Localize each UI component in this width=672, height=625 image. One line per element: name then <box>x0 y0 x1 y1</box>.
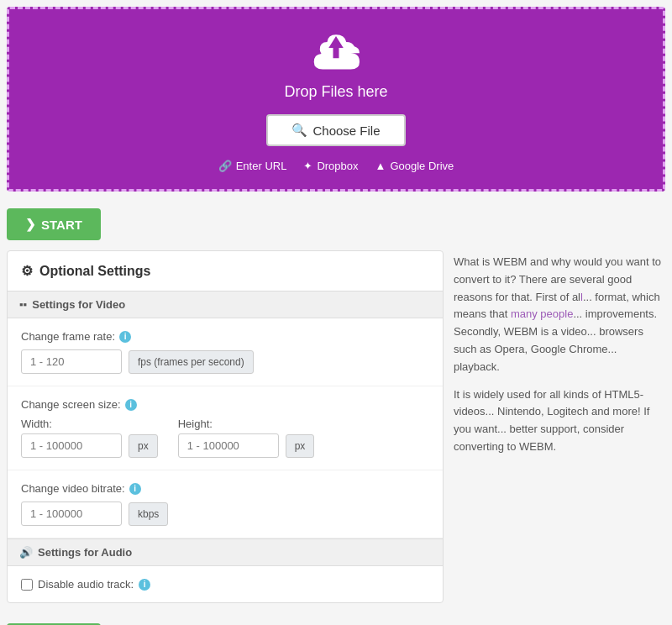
frame-rate-label: Change frame rate: i <box>21 330 429 343</box>
choose-file-label: Choose File <box>312 123 380 138</box>
video-section-header: ▪▪ Settings for Video <box>8 291 443 318</box>
frame-rate-input[interactable] <box>21 349 122 374</box>
choose-file-button[interactable]: 🔍 Choose File <box>266 114 405 146</box>
info-paragraph-2: It is widely used for all kinds of HTML5… <box>454 386 665 456</box>
disable-audio-text: Disable audio track: <box>38 578 134 591</box>
audio-section-header: 🔊 Settings for Audio <box>8 538 443 566</box>
height-label: Height: <box>178 418 315 430</box>
chevron-icon-top: ❯ <box>25 217 36 232</box>
disable-audio-info-icon[interactable]: i <box>139 579 150 591</box>
dropbox-label: Dropbox <box>317 160 358 172</box>
gear-icon: ⚙ <box>21 263 33 279</box>
video-section-label: Settings for Video <box>32 298 125 311</box>
bitrate-unit: kbps <box>129 502 168 526</box>
bitrate-info-icon[interactable]: i <box>129 483 141 495</box>
dropbox-link[interactable]: ✦ Dropbox <box>303 160 358 172</box>
start-label-top: START <box>41 218 82 232</box>
screen-size-row: Change screen size: i Width: px Height: … <box>8 386 443 470</box>
google-drive-label: Google Drive <box>390 160 454 172</box>
start-button-top[interactable]: ❯ START <box>7 208 101 240</box>
bitrate-input[interactable] <box>21 502 122 526</box>
enter-url-link[interactable]: 🔗 Enter URL <box>218 160 287 172</box>
frame-rate-unit: fps (frames per second) <box>129 350 254 374</box>
main-content: ⚙ Optional Settings ▪▪ Settings for Vide… <box>0 250 672 613</box>
disable-audio-row: Disable audio track: i <box>8 566 443 602</box>
frame-rate-row: Change frame rate: i fps (frames per sec… <box>8 318 443 386</box>
upload-icon <box>307 26 365 76</box>
video-icon: ▪▪ <box>19 298 27 311</box>
screen-size-label: Change screen size: i <box>21 398 429 411</box>
google-drive-link[interactable]: ▲ Google Drive <box>375 160 454 172</box>
width-label: Width: <box>21 418 158 430</box>
audio-section-label: Settings for Audio <box>38 546 132 559</box>
drop-text: Drop Files here <box>284 83 387 101</box>
audio-icon: 🔊 <box>19 546 33 559</box>
enter-url-label: Enter URL <box>236 160 287 172</box>
drive-icon: ▲ <box>375 160 386 172</box>
search-icon: 🔍 <box>291 123 307 138</box>
extra-options: 🔗 Enter URL ✦ Dropbox ▲ Google Drive <box>218 160 454 172</box>
frame-rate-info-icon[interactable]: i <box>119 331 131 343</box>
width-col: Width: px <box>21 418 158 458</box>
height-unit: px <box>286 434 315 458</box>
screen-size-info-icon[interactable]: i <box>125 399 137 411</box>
disable-audio-checkbox[interactable] <box>21 579 33 591</box>
settings-title: ⚙ Optional Settings <box>8 251 443 291</box>
bitrate-input-group: kbps <box>21 502 429 526</box>
bitrate-row: Change video bitrate: i kbps <box>8 470 443 538</box>
dropbox-icon: ✦ <box>303 160 312 172</box>
info-panel: What is WEBM and why would you want to c… <box>454 250 665 603</box>
info-paragraph-1: What is WEBM and why would you want to c… <box>454 254 665 376</box>
drop-zone[interactable]: Drop Files here 🔍 Choose File 🔗 Enter UR… <box>7 7 665 192</box>
bitrate-label: Change video bitrate: i <box>21 482 429 495</box>
size-inputs: Width: px Height: px <box>21 418 429 458</box>
width-unit: px <box>129 434 158 458</box>
height-col: Height: px <box>178 418 315 458</box>
width-input[interactable] <box>21 433 122 458</box>
disable-audio-label[interactable]: Disable audio track: i <box>21 578 429 591</box>
frame-rate-input-group: fps (frames per second) <box>21 349 429 374</box>
height-input[interactable] <box>178 433 279 458</box>
settings-panel: ⚙ Optional Settings ▪▪ Settings for Vide… <box>7 250 444 603</box>
link-icon: 🔗 <box>218 160 232 172</box>
